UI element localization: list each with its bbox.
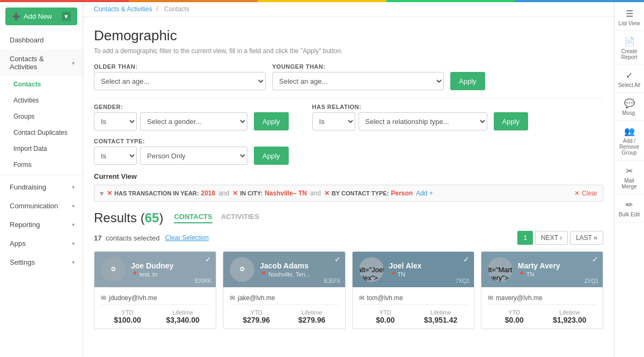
- add-filter-button[interactable]: Add +: [416, 190, 433, 197]
- gender-relation-row: GENDER: Is Select a gender... Apply HAS …: [94, 104, 603, 130]
- create-report-label: Create Report: [617, 48, 642, 60]
- gender-is-select[interactable]: Is: [94, 112, 137, 130]
- age-filter-row: OLDER THAN: Select an age... YOUNGER THA…: [94, 63, 603, 90]
- group-icon: 👥: [624, 126, 635, 136]
- card-location: 📍TN: [518, 271, 560, 278]
- select-all-label: Select All: [618, 82, 640, 88]
- last-page-button[interactable]: LAST »: [570, 231, 603, 245]
- sidebar-subitem-groups[interactable]: Groups: [0, 108, 83, 125]
- contact-type-is-select[interactable]: Is: [94, 147, 137, 165]
- sidebar-subitem-activities[interactable]: Activities: [0, 92, 83, 108]
- card-header: " alt="Joel Alex"> Joel Alex 📍TN ✓ 7XQ2: [353, 252, 474, 287]
- card-stats: YTD $0.00 Lifetime $1,923.00: [488, 305, 596, 324]
- card-name: Joel Alex: [389, 261, 422, 271]
- sidebar-subitem-import-data[interactable]: Import Data: [0, 141, 83, 157]
- relation-value-select[interactable]: Select a relationship type...: [358, 112, 487, 130]
- results-header: Results (65) CONTACTS ACTIVITIES: [94, 210, 603, 225]
- email-icon: ✉: [359, 294, 364, 302]
- contact-card-1[interactable]: ⚬ Joe Dudney 📍test, tn ✓ B20RK ✉ jdudney…: [94, 251, 216, 329]
- sidebar-item-apps[interactable]: Apps ▾: [0, 234, 83, 253]
- tab-contacts[interactable]: CONTACTS: [174, 213, 212, 223]
- chevron-icon: ▾: [72, 222, 75, 228]
- breadcrumb-parent[interactable]: Contacts & Activities: [94, 5, 152, 13]
- ytd-group: YTD $279.96: [230, 309, 283, 324]
- gender-apply-button[interactable]: Apply: [254, 112, 289, 130]
- tag-1: ✕ HAS TRANSACTION IN YEAR: 2018: [107, 190, 215, 197]
- relation-is-select[interactable]: Is: [312, 112, 355, 130]
- card-body: ✉ jake@lvh.me YTD $279.96 Lifetime $279.…: [223, 287, 345, 329]
- ytd-label: YTD: [101, 309, 154, 316]
- younger-than-apply-button[interactable]: Apply: [450, 72, 485, 90]
- relation-apply-button[interactable]: Apply: [494, 112, 529, 130]
- bulk-edit-button[interactable]: ✏ Bulk Edit: [614, 195, 644, 222]
- card-stats: YTD $0.00 Lifetime $3,951.42: [359, 305, 467, 324]
- email-icon: ✉: [230, 294, 235, 302]
- sidebar-item-settings[interactable]: Settings ▾: [0, 253, 83, 272]
- tag-3: ✕ BY CONTACT TYPE: Person: [324, 190, 413, 197]
- chevron-icon: ▾: [72, 259, 75, 265]
- sidebar-item-reporting[interactable]: Reporting ▾: [0, 215, 83, 234]
- message-button[interactable]: 💬 Mssg.: [614, 94, 644, 121]
- tag-1-remove[interactable]: ✕: [107, 190, 112, 197]
- select-all-button[interactable]: ✓ Select All: [614, 66, 644, 93]
- add-new-arrow: ▾: [62, 12, 71, 21]
- pin-icon: 📍: [389, 271, 397, 278]
- list-view-label: List View: [619, 20, 640, 26]
- section-subtitle: To add a demographic filter to the curre…: [94, 47, 603, 55]
- divider: [0, 175, 83, 176]
- sidebar-subitem-forms[interactable]: Forms: [0, 157, 83, 173]
- tag-2-remove[interactable]: ✕: [232, 190, 238, 197]
- create-report-button[interactable]: 📄 Create Report: [614, 32, 644, 65]
- card-name: Jacob Adams: [260, 261, 310, 271]
- lifetime-value: $3,340.00: [156, 316, 209, 324]
- contact-type-value-select[interactable]: Person Only: [140, 147, 247, 165]
- current-view-section: Current View ▾ ✕ HAS TRANSACTION IN YEAR…: [94, 172, 603, 202]
- ytd-group: YTD $0.00: [359, 309, 412, 324]
- list-view-button[interactable]: ☰ List View: [614, 4, 644, 31]
- avatar: ⚬: [230, 257, 254, 282]
- card-header: ⚬ Joe Dudney 📍test, tn ✓ B20RK: [94, 252, 216, 287]
- pin-icon: 📍: [518, 271, 525, 278]
- pagination: 1 NEXT › LAST »: [517, 231, 603, 245]
- results-count: 65: [145, 210, 159, 225]
- lifetime-group: Lifetime $3,951.42: [414, 309, 467, 324]
- clear-filters-button[interactable]: ✕ Clear: [574, 190, 597, 197]
- contact-card-4[interactable]: " alt="Marty Avery"> Marty Avery 📍TN ✓ Z…: [481, 251, 603, 329]
- sidebar-item-communication[interactable]: Communication ▾: [0, 196, 83, 215]
- avatar-placeholder: ⚬: [108, 263, 118, 276]
- card-code: B20RK: [195, 278, 212, 284]
- sidebar: ➕ Add New ▾ Dashboard Contacts & Activit…: [0, 2, 83, 357]
- card-name: Marty Avery: [518, 261, 560, 271]
- card-location: 📍test, tn: [131, 271, 173, 278]
- card-code: ZVQ1: [584, 278, 598, 284]
- sidebar-item-dashboard[interactable]: Dashboard: [0, 31, 83, 49]
- tag-3-remove[interactable]: ✕: [324, 190, 330, 197]
- next-page-button[interactable]: NEXT ›: [535, 231, 568, 245]
- top-accent-bar: [0, 0, 644, 2]
- older-than-select[interactable]: Select an age...: [94, 72, 266, 90]
- contact-card-2[interactable]: ⚬ Jacob Adams 📍Nashville, Ten... ✓ BJEFX…: [223, 251, 345, 329]
- add-new-button[interactable]: ➕ Add New ▾: [5, 8, 77, 25]
- ytd-value: $100.00: [101, 316, 154, 324]
- gender-value-select[interactable]: Select a gender...: [140, 112, 247, 130]
- sidebar-subitem-contacts[interactable]: Contacts: [0, 76, 83, 92]
- mail-merge-button[interactable]: ✂ Mail Merge: [614, 162, 644, 194]
- contact-type-apply-button[interactable]: Apply: [254, 147, 289, 165]
- contact-card-3[interactable]: " alt="Joel Alex"> Joel Alex 📍TN ✓ 7XQ2 …: [352, 251, 474, 329]
- page-1-button[interactable]: 1: [517, 231, 533, 245]
- clear-selection-button[interactable]: Clear Selection: [165, 234, 209, 242]
- sidebar-subitem-contact-duplicates[interactable]: Contact Duplicates: [0, 125, 83, 141]
- card-header: " alt="Marty Avery"> Marty Avery 📍TN ✓ Z…: [481, 252, 603, 287]
- chevron-icon: ▾: [72, 241, 75, 246]
- sidebar-item-contacts-activities[interactable]: Contacts & Activities ▾: [0, 49, 83, 76]
- current-view-label: Current View: [94, 172, 603, 180]
- sidebar-item-fundraising[interactable]: Fundraising ▾: [0, 178, 83, 196]
- lifetime-label: Lifetime: [156, 309, 209, 316]
- add-remove-group-button[interactable]: 👥 Add / Remove Group: [614, 122, 644, 161]
- younger-than-select[interactable]: Select an age...: [272, 72, 444, 90]
- group-label: Add / Remove Group: [617, 138, 642, 156]
- younger-than-label: YOUNGER THAN:: [272, 63, 444, 70]
- tab-activities[interactable]: ACTIVITIES: [221, 213, 260, 223]
- x-icon: ✕: [574, 190, 580, 197]
- card-name: Joe Dudney: [131, 261, 173, 271]
